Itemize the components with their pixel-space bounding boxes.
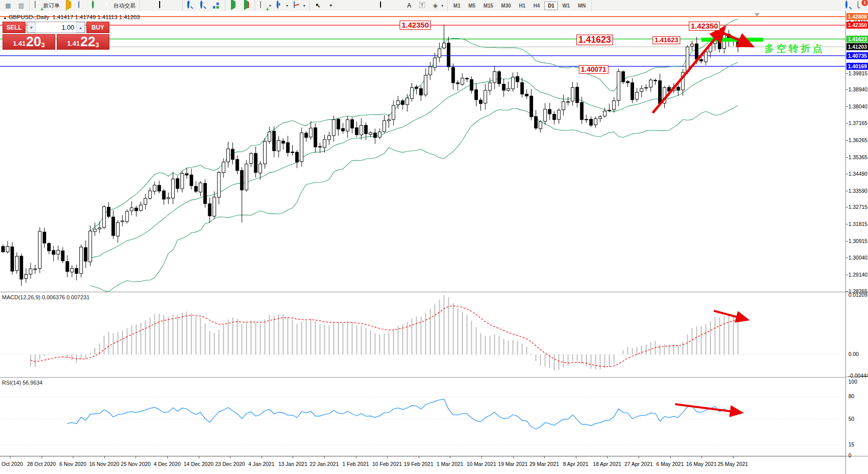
date-label: 16 Nov 2020 xyxy=(89,461,119,467)
candle xyxy=(585,120,588,120)
date-label: 18 Apr 2021 xyxy=(593,461,622,467)
candle xyxy=(691,44,694,46)
text-label-tool[interactable]: T xyxy=(416,1,428,11)
candle xyxy=(700,60,703,61)
zoom-out-icon[interactable] xyxy=(198,1,210,11)
turning-point-note[interactable]: 多空转折点 xyxy=(765,42,825,55)
text-tool[interactable]: A xyxy=(403,1,415,11)
rsi-pane[interactable]: RSI(14) 56.9634 xyxy=(0,377,845,456)
horizontal-line-tool xyxy=(353,2,361,10)
main-chart-pane[interactable] xyxy=(0,11,845,292)
vertical-line-tool[interactable] xyxy=(338,1,350,11)
bar-chart-icon[interactable] xyxy=(142,1,154,11)
shapes-tool[interactable]: ◈▾ xyxy=(429,1,445,11)
chart-window-icon[interactable]: ▦ xyxy=(2,1,14,11)
cursor-tool[interactable]: ↖ xyxy=(312,1,324,11)
zoom-in-icon[interactable] xyxy=(185,1,197,11)
rsi-tick: 80 xyxy=(848,393,854,399)
price-annotation-label[interactable]: 1.40071 xyxy=(579,65,608,74)
tile-windows-icon[interactable] xyxy=(211,1,223,11)
candle xyxy=(576,87,579,103)
macd-pane[interactable]: MACD(12,26,9) 0.006376 0.007231 xyxy=(0,292,845,377)
new-order-button xyxy=(34,2,42,10)
bid-price-display[interactable]: 1.41203 xyxy=(3,34,55,50)
scale-tickmark xyxy=(846,224,848,224)
chart-shift-marker[interactable] xyxy=(755,13,760,17)
new-order-button[interactable]: 新订单 xyxy=(32,1,62,11)
timeframe-m5[interactable]: M5 xyxy=(465,2,479,10)
ask-pipette: 3 xyxy=(95,42,99,49)
timeframe-mn[interactable]: MN xyxy=(574,2,589,10)
toolbar-right: 1 xyxy=(845,2,868,10)
ask-price-display[interactable]: 1.41223 xyxy=(57,34,109,50)
candle xyxy=(102,207,105,227)
timeframe-w1[interactable]: W1 xyxy=(559,2,573,10)
notifications-chat-icon[interactable]: 1 xyxy=(857,2,865,10)
crosshair-tool[interactable]: + xyxy=(325,1,337,11)
timeframe-d1[interactable]: D1 xyxy=(544,2,558,10)
candle xyxy=(571,87,574,101)
price-annotation-label[interactable]: 1.41623 xyxy=(653,36,680,44)
rsi-tick: 15 xyxy=(848,441,854,447)
price-annotation-label[interactable]: 1.41623 xyxy=(576,35,613,45)
symbol-collapse-icon[interactable]: ▲ xyxy=(3,16,7,20)
channel-tool[interactable] xyxy=(377,1,389,11)
scale-tickmark xyxy=(846,123,848,124)
date-axis[interactable]: 9 Oct 202028 Oct 20206 Nov 202016 Nov 20… xyxy=(0,456,845,474)
candle xyxy=(488,83,491,90)
timeframe-h1[interactable]: H1 xyxy=(516,2,529,10)
templates-button[interactable]: ▾ xyxy=(291,1,307,11)
chevron-down-icon[interactable]: ▾ xyxy=(303,4,305,8)
timeframe-m1[interactable]: M1 xyxy=(450,2,464,10)
chart-shift-icon[interactable] xyxy=(240,1,253,11)
scale-tickmark xyxy=(846,140,848,141)
candle xyxy=(521,83,524,94)
candle xyxy=(704,52,707,62)
timeframe-m30[interactable]: M30 xyxy=(498,2,514,10)
sell-button[interactable]: SELL xyxy=(3,22,26,33)
metaeditor-horn-icon[interactable] xyxy=(63,1,75,11)
candle xyxy=(236,160,239,171)
timeframe-h4[interactable]: H4 xyxy=(530,2,544,10)
volume-value[interactable]: 1.00 xyxy=(36,22,76,33)
zoom-in-icon xyxy=(187,2,195,10)
trendline-tool[interactable] xyxy=(364,1,376,11)
chevron-down-icon[interactable]: ▾ xyxy=(441,4,443,8)
timeframe-m15[interactable]: M15 xyxy=(480,2,497,10)
candle xyxy=(167,198,170,199)
candle xyxy=(640,88,643,91)
volume-spinner: ▼ 1.00 ▲ xyxy=(27,22,85,33)
toolbar-group xyxy=(140,0,183,11)
chevron-down-icon[interactable]: ▾ xyxy=(286,4,288,8)
fibonacci-tool[interactable] xyxy=(390,1,402,11)
price-annotation-label[interactable]: 1.42350 xyxy=(689,22,720,31)
volume-decrement-button[interactable]: ▼ xyxy=(27,22,36,33)
candle xyxy=(52,251,55,255)
tile-windows-icon xyxy=(213,2,221,10)
candle xyxy=(378,132,381,138)
date-tickmark xyxy=(356,456,356,458)
candlestick-chart-icon[interactable] xyxy=(155,1,167,11)
buy-button[interactable]: BUY xyxy=(86,22,109,33)
macd-tick: -0.004446 xyxy=(848,373,868,379)
autotrading-button[interactable]: 自动交易 xyxy=(102,1,138,11)
horizontal-line-tool[interactable] xyxy=(351,1,363,11)
indicators-button[interactable]: ▾ xyxy=(257,1,273,11)
auto-scroll-icon[interactable] xyxy=(227,1,239,11)
candle xyxy=(392,105,395,120)
candle xyxy=(291,152,294,153)
date-tickmark xyxy=(293,456,293,458)
shapes-tool: ◈ xyxy=(431,2,439,10)
signals-icon[interactable] xyxy=(89,1,101,11)
line-chart-icon[interactable] xyxy=(168,1,180,11)
chevron-down-icon[interactable]: ▾ xyxy=(269,4,271,8)
search-icon[interactable] xyxy=(845,2,853,10)
candle xyxy=(254,153,257,172)
volume-increment-button[interactable]: ▲ xyxy=(76,22,85,33)
price-scale[interactable]: 1.424901.415901.406901.398151.389401.380… xyxy=(845,11,868,474)
rsi-arrow[interactable] xyxy=(675,404,738,412)
market-watch-icon[interactable] xyxy=(76,1,88,11)
periods-button[interactable]: ▾ xyxy=(274,1,290,11)
price-annotation-label[interactable]: 1.42350 xyxy=(400,21,431,30)
profile-preview-icon[interactable]: ▥ xyxy=(15,1,27,11)
